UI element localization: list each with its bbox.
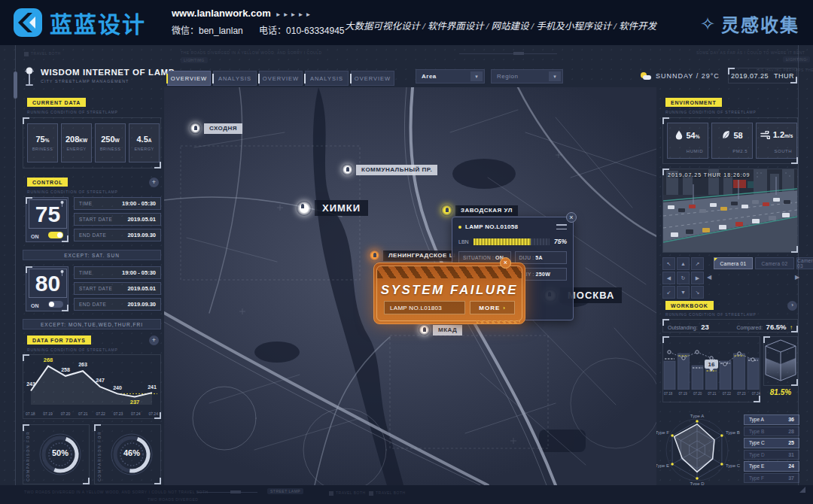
- except-days-2: EXCEPT: MON,TUE,WED,THUR,FRI: [23, 319, 161, 329]
- pan-up-button[interactable]: ▲: [677, 257, 690, 270]
- svg-text:Type A: Type A: [690, 414, 704, 418]
- tab-overview-1[interactable]: OVERVIEW: [167, 71, 211, 86]
- alert-title: SYSTEM FAILURE: [377, 283, 522, 298]
- alert-close-icon[interactable]: ×: [500, 257, 511, 269]
- area-select[interactable]: Area ▾: [416, 69, 485, 83]
- workbook-x-axis: 07.1807.1907.2007.2107.2207.2307.24: [664, 392, 760, 396]
- brightness-bar[interactable]: [473, 238, 550, 245]
- tab-overview-3[interactable]: OVERVIEW: [351, 71, 394, 86]
- week-expand-button[interactable]: +: [149, 335, 159, 345]
- control-subtitle: RUNNING CONDITION OF STREETLAMP: [27, 190, 118, 194]
- camera-02-button[interactable]: Camera 02: [755, 257, 794, 269]
- inspiration-collect[interactable]: ✧ 灵感收集: [700, 11, 799, 37]
- svg-text:241: 241: [148, 384, 157, 390]
- decor-poem-bottom-2: TWO ROADS DIVERGED: [148, 497, 198, 502]
- camera-direction-pad: ↖ ▲ ↗ ◀ ↻ ▶ ↙ ▼ ↘: [662, 257, 704, 299]
- cube-3d-icon: [764, 337, 797, 385]
- time-row[interactable]: TIME19:00 - 05:30: [74, 197, 161, 210]
- start-date-row[interactable]: START DATE2019.05.01: [74, 213, 161, 226]
- camera-01-button[interactable]: Camera 01: [714, 257, 753, 269]
- left-scroll-handle[interactable]: [14, 71, 17, 99]
- control-add-button[interactable]: +: [149, 178, 159, 187]
- alert-more-button[interactable]: MORE›: [470, 301, 515, 314]
- current-data-panel: 75% BRINESS 208KW ENERGY 250W BRINESS 4.…: [23, 117, 161, 169]
- region-select-value: Region: [492, 73, 549, 80]
- comparison-gauge-1: COMPARISON FOR 50%: [23, 424, 90, 484]
- decor-poem-1: THE ROADS DIVERGED IN A YELLOW WOOD, AND…: [181, 50, 322, 55]
- droplet-icon: [675, 130, 683, 140]
- schedule-block-2: 80 ON TIME19:00 - 05:30 START DATE2019.0…: [23, 265, 161, 316]
- lamp-pin-icon: [419, 324, 430, 335]
- workbook-summary: Outstanding: 23 Compared: 76.5% ↑: [662, 319, 798, 332]
- tab-overview-2[interactable]: OVERVIEW: [259, 71, 303, 86]
- camera-03-button[interactable]: Camera 03: [796, 257, 813, 269]
- type-c-row[interactable]: Type C25: [744, 438, 799, 448]
- type-f-row[interactable]: Type F37: [744, 473, 799, 484]
- camera-prev-button[interactable]: ◀: [707, 274, 711, 281]
- brand-contact: www.lanlanwork.com►►►►► 微信：ben_lanlan 电话…: [172, 8, 358, 36]
- decor-checkbox-2: TRAVEL BOTH: [329, 490, 366, 496]
- sparkle-icon: ✧: [700, 14, 715, 35]
- map-label-mkad[interactable]: МКАД: [419, 324, 462, 335]
- lamp-pin-icon: [297, 201, 312, 216]
- camera-feed[interactable]: 2019.07.25 THUR 18:26:09: [662, 169, 798, 253]
- reset-view-button[interactable]: ↻: [677, 272, 690, 284]
- collect-label: 灵感收集: [721, 11, 799, 37]
- streetlamp-icon: [23, 67, 35, 88]
- decor-poem-2: SOME DAY AS FAR AS I COULD TO WHERE IT B…: [696, 50, 805, 55]
- pan-left-button[interactable]: ◀: [662, 272, 675, 284]
- lamp-pin-icon: [190, 123, 201, 134]
- stat-briness-pct: 75% BRINESS: [27, 123, 58, 162]
- camera-feed-illustration: [663, 169, 797, 252]
- type-d-row[interactable]: Type D31: [744, 450, 799, 460]
- week-data-tag: DATA FOR 7DAYS: [27, 335, 91, 345]
- type-radar-chart: Type A Type B Type C Type D Type E Type …: [656, 412, 741, 487]
- power-toggle-1[interactable]: [48, 232, 63, 238]
- pan-up-right-button[interactable]: ↗: [691, 257, 704, 270]
- type-e-row[interactable]: Type E24: [744, 461, 799, 472]
- map-label-khimki[interactable]: ХИМКИ: [297, 200, 368, 216]
- map-label-leningradskoe[interactable]: ЛЕНИНГРАДСКОЕ Ш: [369, 250, 461, 261]
- workbook-more-button[interactable]: ›: [787, 301, 797, 311]
- city-map[interactable]: СХОДНЯ КОММУНАЛЬНЫЙ ПР. ХИМКИ ЗАВОДСКАЯ …: [164, 87, 656, 485]
- power-toggle-2[interactable]: [48, 301, 63, 308]
- pan-up-left-button[interactable]: ↖: [662, 257, 675, 270]
- start-date-row[interactable]: START DATE2019.05.01: [74, 282, 161, 295]
- decor-slider: [459, 53, 557, 54]
- site-url[interactable]: www.lanlanwork.com: [172, 8, 271, 19]
- week-x-axis: 07.1807.1907.2007.2107.2207.2307.2407.24: [23, 411, 160, 416]
- pan-right-button[interactable]: ▶: [691, 272, 704, 284]
- tab-analysis-1[interactable]: ANALYSIS: [213, 71, 257, 86]
- pan-down-left-button[interactable]: ↙: [662, 286, 675, 299]
- workbook-percent: 81.5%: [763, 388, 798, 396]
- map-label-zavodskaya[interactable]: ЗАВОДСКАЯ УЛ: [441, 205, 518, 216]
- region-select[interactable]: Region ▾: [491, 69, 563, 83]
- popup-close-icon[interactable]: ×: [566, 212, 577, 223]
- settings-sliders-icon[interactable]: [556, 223, 567, 230]
- lamp-pin-yellow-icon: [441, 205, 452, 216]
- environment-panel: 54% HUMID 58 PM2.5 1.2m/s SOUTH: [662, 117, 798, 164]
- type-b-row[interactable]: Type B28: [744, 427, 799, 437]
- lanlan-logo-icon: [12, 7, 44, 38]
- map-label-kommunalny[interactable]: КОММУНАЛЬНЫЙ ПР.: [342, 164, 437, 175]
- svg-text:Type B: Type B: [726, 430, 740, 435]
- hazard-stripes: [377, 266, 522, 278]
- svg-text:Type E: Type E: [656, 463, 669, 468]
- services-list: 大数据可视化设计 / 软件界面设计 / 网站建设 / 手机及小程序设计 / 软件…: [345, 18, 684, 32]
- current-data-subtitle: RUNNING CONDITION OF STREETLAMP: [27, 110, 118, 114]
- type-a-row[interactable]: Type A36: [744, 414, 799, 425]
- pan-down-button[interactable]: ▼: [677, 286, 690, 299]
- time-row[interactable]: TIME19:00 - 05:30: [74, 266, 161, 279]
- end-date-row[interactable]: END DATE2019.09.30: [74, 298, 161, 311]
- gauge-value: 50%: [36, 448, 84, 457]
- svg-text:247: 247: [96, 378, 105, 383]
- map-label-skhodnya[interactable]: СХОДНЯ: [190, 123, 242, 134]
- pan-down-right-button[interactable]: ↘: [691, 286, 704, 299]
- tab-analysis-2[interactable]: ANALYSIS: [305, 71, 349, 86]
- lamp-pin-orange-icon: [369, 250, 380, 261]
- bar-chart-svg: 16: [663, 337, 760, 390]
- except-days-1: EXCEPT: SAT. SUN: [23, 250, 161, 260]
- environment-subtitle: RUNNING CONDITION OF STREETLAMP: [665, 110, 757, 114]
- end-date-row[interactable]: END DATE2019.09.30: [74, 229, 161, 241]
- svg-text:237: 237: [130, 399, 140, 405]
